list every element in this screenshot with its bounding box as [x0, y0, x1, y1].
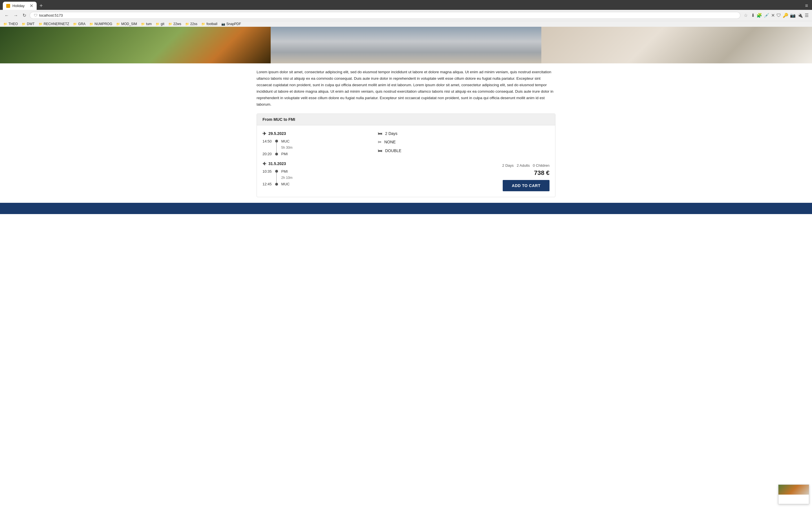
new-tab-button[interactable]: +	[38, 3, 45, 9]
url-display: localhost:5173	[39, 13, 736, 17]
active-tab[interactable]: Holiday ✕	[3, 2, 37, 10]
bookmark-snappdf-label: SnapPDF	[226, 22, 241, 26]
return-flight-icon: ✈	[262, 161, 266, 166]
adblock-icon[interactable]: ✕	[771, 13, 775, 18]
tab-label: Holiday	[12, 4, 24, 8]
outbound-duration: 5h 30m	[282, 146, 293, 150]
bookmark-22ss[interactable]: 📁 22ss	[185, 22, 197, 26]
hotel-meal-row: ✂ NONE	[378, 139, 482, 145]
tab-list-button[interactable]: ≡	[804, 2, 809, 10]
return-arrive-time: 12:45	[262, 182, 272, 186]
snappdf-icon[interactable]: 📷	[790, 13, 796, 18]
summary-price: 738 €	[534, 169, 550, 177]
add-to-cart-button[interactable]: ADD TO CART	[503, 180, 550, 191]
folder-icon: 📁	[73, 22, 77, 26]
outbound-flight-times: 14:50 20:20	[262, 139, 272, 156]
outbound-flight-line	[275, 139, 278, 156]
travel-section: From MUC to FMI ✈ 29.5.2023 14:50 20:20	[251, 114, 561, 197]
reload-button[interactable]: ↻	[21, 11, 28, 19]
download-icon[interactable]: ⬇	[751, 13, 755, 18]
bookmark-rechnernetz-label: RECHNERNETZ	[44, 22, 69, 26]
menu-button[interactable]: ☰	[805, 13, 809, 18]
bookmark-rechnernetz[interactable]: 📁 RECHNERNETZ	[39, 22, 69, 26]
folder-icon: 📁	[3, 22, 7, 26]
extensions-btn[interactable]: 🔌	[797, 13, 803, 18]
folder-icon: 📁	[168, 22, 172, 26]
outbound-depart-time: 14:50	[262, 139, 272, 144]
bookmark-dwt[interactable]: 📁 DWT	[22, 22, 35, 26]
tab-close-button[interactable]: ✕	[30, 3, 33, 8]
return-depart-dot	[275, 170, 278, 173]
return-flight-date: 31.5.2023	[268, 161, 286, 166]
bookmark-gra[interactable]: 📁 GRA	[73, 22, 86, 26]
bookmark-22ws[interactable]: 📁 22ws	[168, 22, 181, 26]
bookmark-snappdf[interactable]: 📷 SnapPDF	[221, 22, 241, 26]
bookmark-theo[interactable]: 📁 THEO	[3, 22, 18, 26]
folder-icon: 📁	[141, 22, 145, 26]
summary-adults: 2 Adults	[517, 163, 530, 168]
extensions-icon[interactable]: 🧩	[756, 13, 762, 18]
bookmark-theo-label: THEO	[8, 22, 18, 26]
return-flight-line	[275, 169, 278, 186]
forward-button[interactable]: →	[12, 12, 19, 19]
summary-section: 2 Days 2 Adults 0 Children 738 € ADD TO …	[493, 131, 550, 191]
summary-children: 0 Children	[533, 163, 550, 168]
travel-card-body: ✈ 29.5.2023 14:50 20:20	[257, 125, 555, 197]
folder-icon: 📁	[89, 22, 93, 26]
outbound-arrive-airport: PMI	[282, 152, 288, 156]
return-duration: 2h 10m	[282, 176, 293, 180]
outbound-arrive-time: 20:20	[262, 152, 272, 156]
return-depart-airport: PMI	[282, 169, 288, 173]
folder-icon: 📁	[156, 22, 160, 26]
hero-image-bedroom	[541, 27, 812, 63]
bookmark-dwt-label: DWT	[27, 22, 35, 26]
back-button[interactable]: ←	[3, 12, 10, 19]
bookmark-football-label: football	[206, 22, 217, 26]
hotel-meal: NONE	[384, 140, 396, 144]
bed-icon: 🛏	[378, 131, 382, 136]
vpn-icon[interactable]: 🛡	[776, 13, 781, 18]
return-flight-date-row: ✈ 31.5.2023	[262, 161, 366, 166]
bookmark-football[interactable]: 📁 football	[201, 22, 217, 26]
browser-nav: ← → ↻ 🛡 localhost:5173 ☆ ⬇ 🧩 💉 ✕ 🛡 🔑 📷 🔌…	[0, 10, 812, 21]
outbound-flight-date: 29.5.2023	[268, 131, 286, 136]
hotel-nights: 2 Days	[385, 131, 398, 136]
address-bar[interactable]: 🛡 localhost:5173	[30, 12, 741, 19]
return-depart-time: 10:35	[262, 169, 272, 173]
folder-icon: 📁	[116, 22, 120, 26]
password-icon[interactable]: 🔑	[783, 13, 788, 18]
tab-favicon	[6, 4, 10, 8]
tab-bar: Holiday ✕ + ≡	[3, 2, 809, 10]
browser-chrome: Holiday ✕ + ≡	[0, 0, 812, 10]
bookmark-modsim[interactable]: 📁 MOD_SIM	[116, 22, 137, 26]
eyedropper-icon[interactable]: 💉	[764, 13, 769, 18]
travel-card: From MUC to FMI ✈ 29.5.2023 14:50 20:20	[257, 114, 555, 197]
meal-icon: ✂	[378, 139, 382, 145]
outbound-flight-icon: ✈	[262, 131, 266, 136]
bookmark-git-label: git	[161, 22, 164, 26]
bookmark-numprog[interactable]: 📁 NUMPROG	[89, 22, 112, 26]
bookmarks-bar: 📁 THEO 📁 DWT 📁 RECHNERNETZ 📁 GRA 📁 NUMPR…	[0, 21, 812, 27]
bookmark-git[interactable]: 📁 git	[156, 22, 164, 26]
bookmark-numprog-label: NUMPROG	[94, 22, 112, 26]
return-arrive-dot	[275, 183, 278, 186]
room-icon: 🛏	[378, 148, 382, 153]
folder-icon: 📁	[185, 22, 189, 26]
browser-toolbar-icons: ⬇ 🧩 💉 ✕ 🛡 🔑 📷 🔌 ☰	[751, 13, 809, 18]
travel-card-header: From MUC to FMI	[257, 114, 555, 125]
page-footer	[0, 203, 812, 214]
folder-icon: 📁	[22, 22, 26, 26]
bookmark-tum-label: tum	[146, 22, 152, 26]
outbound-flight-airports: MUC 5h 30m PMI	[282, 139, 293, 156]
bookmark-star-icon[interactable]: ☆	[743, 13, 749, 18]
return-flight-times: 10:35 12:45	[262, 169, 272, 186]
flight-vert-line	[276, 143, 276, 153]
bookmark-tum[interactable]: 📁 tum	[141, 22, 152, 26]
hero-image-garden	[0, 27, 271, 63]
security-shield-icon: 🛡	[34, 13, 38, 17]
snappdf-icon: 📷	[221, 22, 225, 26]
return-flight-airports: PMI 2h 10m MUC	[282, 169, 293, 186]
outbound-flight-date-row: ✈ 29.5.2023	[262, 131, 366, 136]
hotel-room-row: 🛏 DOUBLE	[378, 148, 482, 153]
return-flight-vert-line	[276, 173, 276, 183]
